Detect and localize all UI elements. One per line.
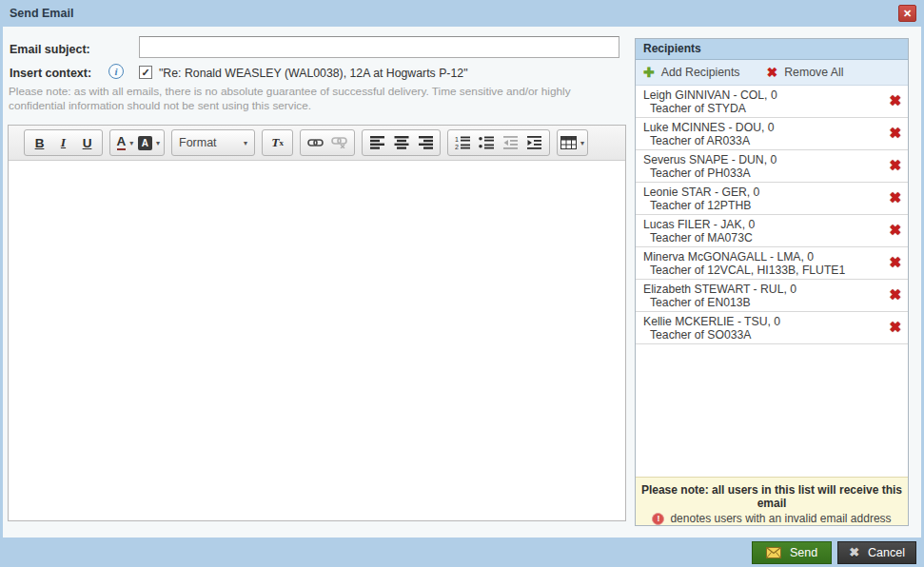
recipient-name: Elizabeth STEWART - RUL, 0 <box>643 283 879 296</box>
toolbar-group-align <box>362 129 441 156</box>
remove-all-icon: ✖ <box>766 66 777 79</box>
recipient-detail: Teacher of 12VCAL, HI133B, FLUTE1 <box>643 264 879 277</box>
recipient-row: Lucas FILER - JAK, 0 Teacher of MA073C ✖ <box>636 215 908 247</box>
dialog-footer: Send ✖ Cancel <box>0 538 924 567</box>
recipient-row: Minerva McGONAGALL - LMA, 0 Teacher of 1… <box>636 247 908 280</box>
send-button-label: Send <box>790 546 817 559</box>
format-dropdown-label: Format <box>179 136 217 149</box>
align-center-icon[interactable] <box>389 131 413 154</box>
decrease-indent-icon <box>499 131 522 154</box>
send-button[interactable]: Send <box>752 541 832 564</box>
toolbar-group-removeformat: Tx <box>262 129 293 156</box>
delete-recipient-icon[interactable]: ✖ <box>889 287 901 302</box>
recipients-note-detail: denotes users with an invalid email addr… <box>670 512 891 525</box>
recipient-name: Lucas FILER - JAK, 0 <box>643 218 879 231</box>
align-right-icon[interactable] <box>413 131 437 154</box>
delete-recipient-icon[interactable]: ✖ <box>889 255 901 269</box>
italic-icon[interactable]: I <box>51 131 75 154</box>
recipient-name: Luke MCINNES - DOU, 0 <box>643 121 879 134</box>
dialog-titlebar: Send Email ✕ <box>0 0 924 27</box>
recipients-list: Leigh GINNIVAN - COL, 0 Teacher of STYDA… <box>636 86 908 477</box>
unlink-icon <box>327 131 351 154</box>
delete-recipient-icon[interactable]: ✖ <box>889 158 901 172</box>
send-email-dialog: Send Email ✕ Email subject: Insert conte… <box>0 0 924 567</box>
remove-all-button[interactable]: ✖ Remove All <box>766 66 843 79</box>
close-icon[interactable]: ✕ <box>898 5 916 22</box>
background-color-icon[interactable]: A ▾ <box>137 131 161 154</box>
recipients-toolbar: ✚ Add Recipients ✖ Remove All <box>636 60 908 86</box>
plus-icon: ✚ <box>643 66 655 79</box>
svg-text:1: 1 <box>455 136 459 143</box>
recipient-name: Leonie STAR - GER, 0 <box>643 186 879 199</box>
recipients-note: Please note: all users in this list will… <box>636 477 908 525</box>
info-icon[interactable]: i <box>108 64 124 79</box>
align-left-icon[interactable] <box>365 131 389 154</box>
toolbar-group-table: ▾ <box>557 129 588 156</box>
recipient-name: Severus SNAPE - DUN, 0 <box>643 153 879 166</box>
envelope-icon <box>766 547 781 558</box>
toolbar-group-color: A ▾ A ▾ <box>109 129 165 156</box>
recipient-detail: Teacher of STYDA <box>643 102 879 115</box>
add-recipients-button[interactable]: ✚ Add Recipients <box>643 66 739 79</box>
cancel-x-icon: ✖ <box>849 546 859 558</box>
underline-icon[interactable]: U <box>75 131 99 154</box>
email-subject-label: Email subject: <box>10 43 90 56</box>
format-dropdown[interactable]: Format ▾ <box>171 129 255 156</box>
dialog-body: Email subject: Insert context: i ✓ "Re: … <box>3 27 921 538</box>
recipient-row: Leonie STAR - GER, 0 Teacher of 12PTHB ✖ <box>636 183 908 215</box>
toolbar-group-links <box>300 129 355 156</box>
chevron-down-icon: ▾ <box>129 139 133 147</box>
recipient-row: Luke MCINNES - DOU, 0 Teacher of AR033A … <box>636 118 908 150</box>
bulleted-list-icon[interactable] <box>475 131 499 154</box>
recipient-detail: Teacher of 12PTHB <box>643 199 879 212</box>
delivery-disclaimer: Please note: as with all emails, there i… <box>9 85 628 113</box>
delete-recipient-icon[interactable]: ✖ <box>889 320 901 334</box>
insert-table-icon[interactable]: ▾ <box>560 131 584 154</box>
recipient-name: Kellie MCKERLIE - TSU, 0 <box>643 315 879 328</box>
delete-recipient-icon[interactable]: ✖ <box>889 126 901 140</box>
cancel-button-label: Cancel <box>868 546 905 559</box>
recipient-detail: Teacher of SO033A <box>643 328 879 342</box>
recipient-name: Leigh GINNIVAN - COL, 0 <box>643 88 879 102</box>
recipients-note-title: Please note: all users in this list will… <box>636 483 908 510</box>
insert-context-label: Insert context: <box>10 67 91 80</box>
recipients-panel: Recipients ✚ Add Recipients ✖ Remove All… <box>635 38 909 526</box>
toolbar-group-lists: 1 2 <box>447 129 550 156</box>
recipient-detail: Teacher of EN013B <box>643 296 879 309</box>
recipient-row: Kellie MCKERLIE - TSU, 0 Teacher of SO03… <box>636 312 908 344</box>
insert-context-checkbox[interactable]: ✓ <box>139 66 152 79</box>
chevron-down-icon: ▾ <box>156 139 160 147</box>
email-subject-input[interactable] <box>139 36 619 58</box>
recipient-row: Elizabeth STEWART - RUL, 0 Teacher of EN… <box>636 280 908 312</box>
text-color-icon[interactable]: A ▾ <box>113 131 137 154</box>
recipient-detail: Teacher of MA073C <box>643 231 879 244</box>
remove-all-label: Remove All <box>784 66 843 79</box>
bold-icon[interactable]: B <box>28 131 51 154</box>
cancel-button[interactable]: ✖ Cancel <box>837 541 916 564</box>
numbered-list-icon[interactable]: 1 2 <box>451 131 475 154</box>
recipients-header: Recipients <box>636 39 908 60</box>
email-body-editor: B I U A ▾ A ▾ Format ▾ <box>8 125 626 521</box>
dialog-title: Send Email <box>10 7 73 20</box>
invalid-email-icon: ! <box>652 513 664 525</box>
add-recipients-label: Add Recipients <box>661 66 740 79</box>
toolbar-group-basic: B I U <box>24 129 103 156</box>
increase-indent-icon[interactable] <box>522 131 546 154</box>
link-icon[interactable] <box>304 131 327 154</box>
chevron-down-icon: ▾ <box>244 139 247 147</box>
remove-format-icon[interactable]: Tx <box>265 131 289 154</box>
editor-toolbar: B I U A ▾ A ▾ Format ▾ <box>9 126 625 161</box>
delete-recipient-icon[interactable]: ✖ <box>889 190 901 205</box>
context-text: "Re: Ronald WEASLEY (WAL0038), 12A at Ho… <box>159 67 468 80</box>
recipient-detail: Teacher of PH033A <box>643 166 879 180</box>
delete-recipient-icon[interactable]: ✖ <box>889 93 901 108</box>
recipient-row: Severus SNAPE - DUN, 0 Teacher of PH033A… <box>636 150 908 183</box>
chevron-down-icon: ▾ <box>580 139 584 147</box>
recipient-detail: Teacher of AR033A <box>643 134 879 147</box>
delete-recipient-icon[interactable]: ✖ <box>889 223 901 237</box>
email-body-textarea[interactable] <box>9 161 625 520</box>
recipient-name: Minerva McGONAGALL - LMA, 0 <box>643 250 879 264</box>
recipient-row: Leigh GINNIVAN - COL, 0 Teacher of STYDA… <box>636 86 908 118</box>
svg-text:2: 2 <box>455 144 459 149</box>
